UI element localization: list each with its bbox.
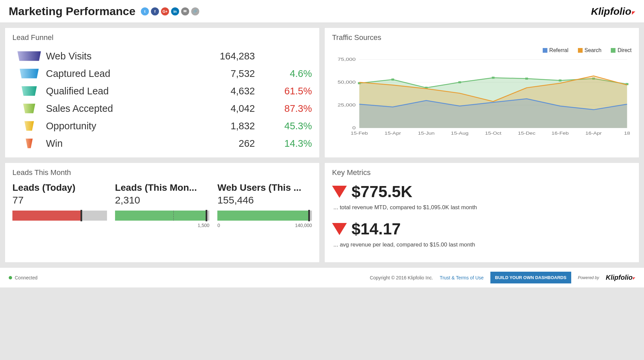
copyright: Copyright © 2016 Klipfolio Inc. (370, 275, 433, 280)
link-icon[interactable]: 🔗 (191, 7, 199, 15)
legend-label: Search (585, 47, 602, 53)
svg-text:15-Oct: 15-Oct (485, 131, 501, 135)
svg-marker-4 (24, 121, 34, 131)
funnel-value: 4,042 (195, 103, 255, 114)
facebook-icon[interactable]: f (151, 7, 159, 15)
funnel-value: 1,832 (195, 121, 255, 132)
funnel-value: 164,283 (195, 51, 255, 62)
metric-value: $14.17 (352, 220, 401, 238)
svg-rect-29 (525, 78, 528, 80)
key-metric: $14.17 ... avg revenue per lead, compare… (332, 220, 632, 248)
svg-rect-28 (492, 77, 494, 79)
lead-funnel-panel: Lead Funnel Web Visits 164,283 Captured … (5, 28, 320, 158)
legend-label: Direct (618, 47, 632, 53)
funnel-label: Opportunity (46, 121, 195, 132)
funnel-step-icon (12, 86, 46, 96)
status-dot-icon (9, 276, 12, 279)
legend-item: Search (578, 47, 602, 53)
bar-ticks: 0140,000 (217, 223, 312, 228)
email-icon[interactable]: ✉ (181, 7, 189, 15)
funnel-label: Web Visits (46, 51, 195, 62)
lead-value: 77 (12, 194, 107, 206)
svg-text:0: 0 (353, 125, 356, 130)
funnel-value: 4,632 (195, 86, 255, 97)
googleplus-icon[interactable]: G+ (161, 7, 169, 15)
panel-title: Traffic Sources (332, 33, 632, 42)
svg-rect-30 (559, 80, 561, 82)
funnel-row: Win 262 14.3% (12, 135, 312, 152)
svg-text:15-Dec: 15-Dec (518, 131, 535, 135)
trend-down-icon (332, 223, 347, 235)
legend-swatch-icon (578, 48, 583, 53)
funnel-step-icon (12, 51, 46, 61)
funnel-label: Win (46, 138, 195, 149)
panel-title: Leads This Month (12, 168, 312, 177)
connection-status: Connected (9, 275, 38, 280)
status-text: Connected (15, 275, 38, 280)
legend-item: Referral (543, 47, 569, 53)
svg-marker-3 (23, 104, 35, 113)
key-metrics-panel: Key Metrics $775.5K ... total revenue MT… (324, 163, 639, 263)
legend-label: Referral (549, 47, 569, 53)
funnel-value: 262 (195, 138, 255, 149)
svg-marker-5 (26, 139, 33, 148)
metric-description: ... avg revenue per lead, compared to $1… (333, 241, 632, 248)
linkedin-icon[interactable]: in (171, 7, 179, 15)
funnel-row: Opportunity 1,832 45.3% (12, 117, 312, 135)
legend-swatch-icon (543, 48, 547, 53)
svg-rect-25 (391, 79, 394, 81)
funnel-pct: 14.3% (255, 138, 312, 149)
funnel-label: Sales Accepted (46, 103, 195, 114)
header: Marketing Performance t f G+ in ✉ 🔗 Klip… (0, 0, 644, 23)
lead-metric: Leads (Today) 77 (12, 182, 107, 228)
trend-down-icon (332, 186, 347, 198)
funnel-step-icon (12, 121, 46, 131)
funnel-step-icon (12, 103, 46, 114)
bar-ticks: 1,500 (115, 223, 210, 228)
lead-metric: Leads (This Mon... 2,310 1,500 (115, 182, 210, 228)
leads-month-panel: Leads This Month Leads (Today) 77 Leads … (5, 163, 320, 263)
funnel-row: Web Visits 164,283 (12, 47, 312, 65)
traffic-chart: 025,00050,00075,00015-Feb15-Apr15-Jun15-… (332, 56, 632, 137)
svg-marker-2 (21, 86, 37, 96)
funnel-pct: 45.3% (255, 121, 312, 132)
panel-title: Lead Funnel (12, 33, 312, 42)
progress-bar (217, 211, 312, 221)
legend-item: Direct (611, 47, 632, 53)
brand-logo-small: Klipfolio (606, 274, 635, 281)
svg-marker-0 (17, 51, 41, 61)
lead-value: 2,310 (115, 194, 210, 206)
svg-text:15-Aug: 15-Aug (451, 131, 468, 135)
svg-text:16-Feb: 16-Feb (551, 131, 569, 135)
progress-bar (12, 211, 107, 221)
trust-link[interactable]: Trust & Terms of Use (440, 275, 484, 280)
funnel-row: Captured Lead 7,532 4.6% (12, 65, 312, 82)
svg-text:50,000: 50,000 (338, 80, 356, 84)
brand-logo: Klipfolio (591, 6, 635, 17)
funnel-pct: 87.3% (255, 103, 312, 114)
share-icons: t f G+ in ✉ 🔗 (141, 7, 199, 15)
funnel-label: Captured Lead (46, 68, 195, 79)
funnel-step-icon (12, 138, 46, 148)
funnel-label: Qualified Lead (46, 86, 195, 97)
svg-text:15-Feb: 15-Feb (351, 131, 368, 135)
key-metric: $775.5K ... total revenue MTD, compared … (332, 182, 632, 211)
chart-legend: ReferralSearchDirect (332, 47, 632, 53)
lead-title: Web Users (This ... (217, 182, 312, 193)
lead-value: 155,446 (217, 194, 312, 206)
page-title: Marketing Performance (9, 5, 136, 18)
svg-text:16-Apr: 16-Apr (585, 131, 602, 135)
svg-text:75,000: 75,000 (338, 57, 356, 61)
svg-text:15-Apr: 15-Apr (385, 131, 401, 135)
progress-bar (115, 211, 210, 221)
funnel-row: Sales Accepted 4,042 87.3% (12, 100, 312, 117)
metric-description: ... total revenue MTD, compared to $1,09… (333, 204, 632, 211)
funnel-step-icon (12, 69, 46, 79)
funnel-value: 7,532 (195, 68, 255, 79)
svg-text:15-Jun: 15-Jun (418, 131, 435, 135)
footer: Connected Copyright © 2016 Klipfolio Inc… (0, 267, 644, 287)
build-dashboard-button[interactable]: BUILD YOUR OWN DASHBOARDS (490, 272, 571, 283)
twitter-icon[interactable]: t (141, 7, 149, 15)
metric-value: $775.5K (352, 182, 412, 201)
legend-swatch-icon (611, 48, 615, 53)
